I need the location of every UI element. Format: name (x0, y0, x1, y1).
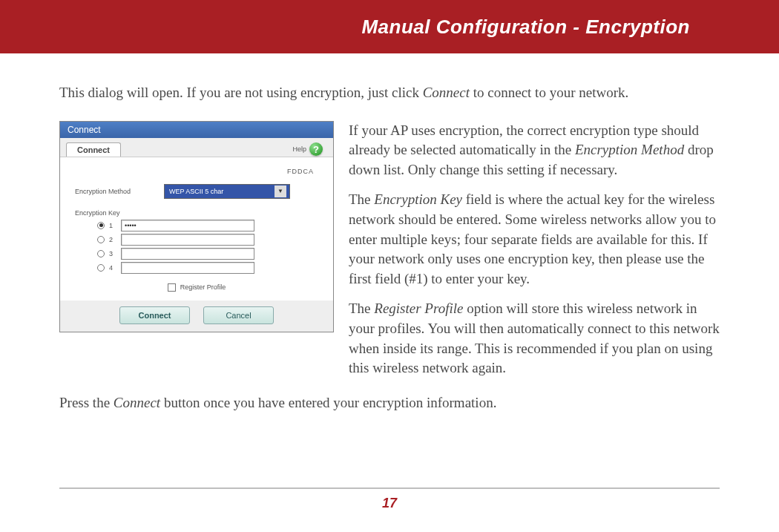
key-radio-4[interactable] (97, 264, 105, 272)
key-radio-3[interactable] (97, 250, 105, 257)
encryption-key-label: Encryption Key (75, 209, 157, 217)
key-input-1[interactable]: ••••• (121, 220, 254, 231)
side-explanation: If your AP uses encryption, the correct … (349, 121, 720, 389)
key-input-3[interactable] (121, 248, 254, 260)
chevron-down-icon: ▼ (275, 185, 286, 197)
intro-connect-word: Connect (423, 85, 470, 100)
encryption-method-label: Encryption Method (75, 188, 157, 195)
p1-italic: Encryption Method (575, 142, 684, 157)
intro-text-post: to connect to your network. (470, 85, 628, 100)
key-index-3: 3 (109, 250, 116, 257)
key-index-1: 1 (109, 222, 116, 229)
dialog-titlebar: Connect (60, 122, 333, 138)
content-area: This dialog will open. If you are not us… (0, 53, 779, 413)
connect-dialog: Connect Connect Help ? FDDCA Encryption … (59, 121, 334, 332)
header-band: Manual Configuration - Encryption (0, 0, 779, 53)
key-row-4: 4 (75, 262, 318, 274)
register-profile-checkbox[interactable] (168, 283, 176, 292)
key-row-1: 1 ••••• (75, 220, 318, 231)
help-label: Help (292, 145, 306, 153)
key-row-3: 3 (75, 248, 318, 260)
register-profile-label: Register Profile (180, 283, 226, 291)
intro-text-pre: This dialog will open. If you are not us… (59, 85, 423, 100)
after-pre: Press the (59, 395, 114, 410)
encryption-method-select[interactable]: WEP ASCII 5 char ▼ (164, 184, 290, 199)
page-number: 17 (0, 496, 779, 511)
key-input-4[interactable] (121, 262, 254, 274)
key-index-2: 2 (109, 236, 116, 243)
p3-pre: The (349, 301, 374, 316)
after-connect-word: Connect (114, 395, 160, 410)
closing-paragraph: Press the Connect button once you have e… (59, 393, 720, 413)
p3-italic: Register Profile (374, 301, 463, 316)
key-row-2: 2 (75, 234, 318, 246)
footer-divider (59, 487, 720, 489)
help-icon[interactable]: ? (309, 142, 323, 156)
p2-italic: Encryption Key (374, 191, 462, 207)
key-radio-1[interactable] (97, 222, 105, 229)
intro-paragraph: This dialog will open. If you are not us… (59, 83, 720, 103)
key-input-2[interactable] (121, 234, 254, 246)
encryption-method-value: WEP ASCII 5 char (169, 188, 223, 195)
key-radio-2[interactable] (97, 236, 105, 243)
cancel-button[interactable]: Cancel (203, 306, 274, 324)
p2-pre: The (349, 191, 374, 207)
after-post: button once you have entered your encryp… (160, 395, 496, 410)
key-index-4: 4 (109, 264, 116, 272)
ssid-value: FDDCA (75, 165, 318, 184)
connect-button[interactable]: Connect (119, 306, 190, 324)
page-title: Manual Configuration - Encryption (361, 16, 690, 39)
tab-connect[interactable]: Connect (66, 142, 121, 157)
